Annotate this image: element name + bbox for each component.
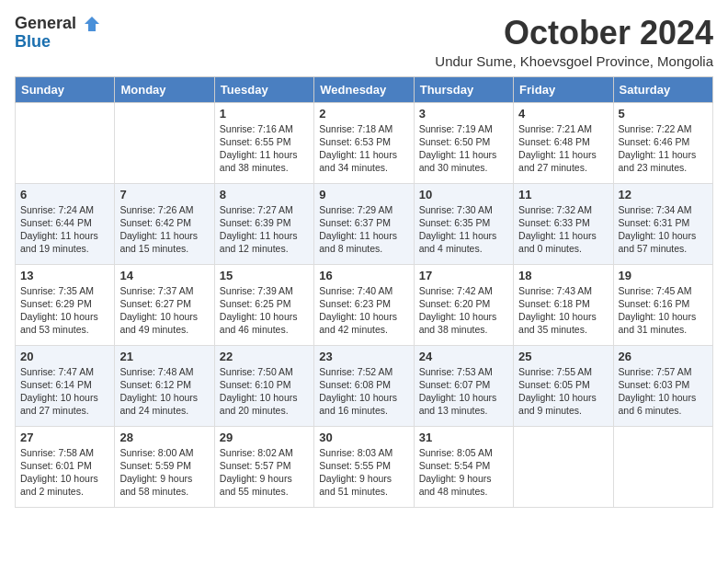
- day-number: 7: [119, 188, 209, 201]
- day-number: 15: [220, 269, 309, 282]
- day-info: Sunrise: 7:21 AM Sunset: 6:48 PM Dayligh…: [518, 122, 608, 175]
- day-info: Sunrise: 7:43 AM Sunset: 6:18 PM Dayligh…: [518, 284, 608, 337]
- logo-blue: Blue: [15, 33, 51, 52]
- day-info: Sunrise: 7:50 AM Sunset: 6:10 PM Dayligh…: [220, 365, 309, 418]
- calendar-cell: 2Sunrise: 7:18 AM Sunset: 6:53 PM Daylig…: [314, 102, 414, 183]
- day-number: 25: [518, 350, 608, 363]
- calendar-cell: 27Sunrise: 7:58 AM Sunset: 6:01 PM Dayli…: [16, 426, 115, 507]
- calendar-cell: 23Sunrise: 7:52 AM Sunset: 6:08 PM Dayli…: [314, 345, 414, 426]
- day-info: Sunrise: 7:34 AM Sunset: 6:31 PM Dayligh…: [619, 203, 708, 256]
- day-number: 28: [119, 431, 209, 444]
- calendar-cell: 13Sunrise: 7:35 AM Sunset: 6:29 PM Dayli…: [16, 264, 115, 345]
- day-number: 2: [319, 107, 408, 121]
- calendar-cell: 12Sunrise: 7:34 AM Sunset: 6:31 PM Dayli…: [613, 183, 712, 264]
- weekday-header-sunday: Sunday: [16, 76, 115, 102]
- day-info: Sunrise: 7:19 AM Sunset: 6:50 PM Dayligh…: [419, 122, 508, 175]
- calendar-cell: 17Sunrise: 7:42 AM Sunset: 6:20 PM Dayli…: [414, 264, 513, 345]
- day-info: Sunrise: 7:39 AM Sunset: 6:25 PM Dayligh…: [220, 284, 309, 337]
- day-info: Sunrise: 7:58 AM Sunset: 6:01 PM Dayligh…: [20, 446, 109, 499]
- calendar-cell: 26Sunrise: 7:57 AM Sunset: 6:03 PM Dayli…: [613, 345, 712, 426]
- day-number: 16: [319, 269, 408, 282]
- day-number: 4: [518, 107, 608, 121]
- weekday-header-row: SundayMondayTuesdayWednesdayThursdayFrid…: [16, 76, 713, 102]
- day-number: 29: [220, 431, 309, 444]
- day-info: Sunrise: 7:24 AM Sunset: 6:44 PM Dayligh…: [20, 203, 109, 256]
- calendar-cell: [115, 102, 214, 183]
- page-header: General Blue October 2024 Undur Sume, Kh…: [15, 15, 713, 69]
- calendar-cell: 4Sunrise: 7:21 AM Sunset: 6:48 PM Daylig…: [514, 102, 613, 183]
- day-number: 3: [419, 107, 508, 121]
- day-info: Sunrise: 7:29 AM Sunset: 6:37 PM Dayligh…: [319, 203, 408, 256]
- week-row-5: 27Sunrise: 7:58 AM Sunset: 6:01 PM Dayli…: [16, 426, 713, 507]
- calendar-table: SundayMondayTuesdayWednesdayThursdayFrid…: [15, 76, 713, 508]
- day-info: Sunrise: 7:35 AM Sunset: 6:29 PM Dayligh…: [20, 284, 109, 337]
- calendar-cell: 14Sunrise: 7:37 AM Sunset: 6:27 PM Dayli…: [115, 264, 214, 345]
- calendar-cell: 28Sunrise: 8:00 AM Sunset: 5:59 PM Dayli…: [115, 426, 214, 507]
- calendar-cell: [514, 426, 613, 507]
- calendar-cell: 5Sunrise: 7:22 AM Sunset: 6:46 PM Daylig…: [613, 102, 712, 183]
- weekday-header-friday: Friday: [514, 76, 613, 102]
- calendar-cell: 31Sunrise: 8:05 AM Sunset: 5:54 PM Dayli…: [414, 426, 513, 507]
- calendar-cell: 29Sunrise: 8:02 AM Sunset: 5:57 PM Dayli…: [214, 426, 313, 507]
- day-number: 24: [419, 350, 508, 363]
- day-info: Sunrise: 7:22 AM Sunset: 6:46 PM Dayligh…: [619, 122, 708, 175]
- day-number: 1: [220, 107, 309, 121]
- calendar-cell: 10Sunrise: 7:30 AM Sunset: 6:35 PM Dayli…: [414, 183, 513, 264]
- day-info: Sunrise: 7:48 AM Sunset: 6:12 PM Dayligh…: [119, 365, 209, 418]
- day-info: Sunrise: 7:18 AM Sunset: 6:53 PM Dayligh…: [319, 122, 408, 175]
- day-info: Sunrise: 8:00 AM Sunset: 5:59 PM Dayligh…: [119, 446, 209, 499]
- calendar-cell: 3Sunrise: 7:19 AM Sunset: 6:50 PM Daylig…: [414, 102, 513, 183]
- day-number: 12: [619, 188, 708, 201]
- day-info: Sunrise: 7:55 AM Sunset: 6:05 PM Dayligh…: [518, 365, 608, 418]
- calendar-cell: 20Sunrise: 7:47 AM Sunset: 6:14 PM Dayli…: [16, 345, 115, 426]
- calendar-cell: [613, 426, 712, 507]
- day-number: 22: [220, 350, 309, 363]
- day-number: 19: [619, 269, 708, 282]
- day-number: 5: [619, 107, 708, 121]
- day-number: 14: [119, 269, 209, 282]
- day-number: 17: [419, 269, 508, 282]
- weekday-header-saturday: Saturday: [613, 76, 712, 102]
- calendar-cell: 30Sunrise: 8:03 AM Sunset: 5:55 PM Dayli…: [314, 426, 414, 507]
- day-info: Sunrise: 7:47 AM Sunset: 6:14 PM Dayligh…: [20, 365, 109, 418]
- day-number: 18: [518, 269, 608, 282]
- weekday-header-tuesday: Tuesday: [214, 76, 313, 102]
- calendar-cell: 15Sunrise: 7:39 AM Sunset: 6:25 PM Dayli…: [214, 264, 313, 345]
- calendar-cell: 11Sunrise: 7:32 AM Sunset: 6:33 PM Dayli…: [514, 183, 613, 264]
- day-info: Sunrise: 7:40 AM Sunset: 6:23 PM Dayligh…: [319, 284, 408, 337]
- calendar-cell: 6Sunrise: 7:24 AM Sunset: 6:44 PM Daylig…: [16, 183, 115, 264]
- calendar-cell: 24Sunrise: 7:53 AM Sunset: 6:07 PM Dayli…: [414, 345, 513, 426]
- week-row-2: 6Sunrise: 7:24 AM Sunset: 6:44 PM Daylig…: [16, 183, 713, 264]
- day-info: Sunrise: 7:37 AM Sunset: 6:27 PM Dayligh…: [119, 284, 209, 337]
- day-number: 11: [518, 188, 608, 201]
- day-info: Sunrise: 7:45 AM Sunset: 6:16 PM Dayligh…: [619, 284, 708, 337]
- week-row-1: 1Sunrise: 7:16 AM Sunset: 6:55 PM Daylig…: [16, 102, 713, 183]
- day-info: Sunrise: 7:27 AM Sunset: 6:39 PM Dayligh…: [220, 203, 309, 256]
- weekday-header-wednesday: Wednesday: [314, 76, 414, 102]
- day-number: 26: [619, 350, 708, 363]
- day-number: 23: [319, 350, 408, 363]
- svg-marker-0: [85, 17, 99, 31]
- day-info: Sunrise: 7:42 AM Sunset: 6:20 PM Dayligh…: [419, 284, 508, 337]
- title-block: October 2024 Undur Sume, Khoevsgoel Prov…: [435, 15, 713, 69]
- logo-icon: [83, 15, 101, 33]
- logo: General Blue: [15, 15, 101, 52]
- day-number: 8: [220, 188, 309, 201]
- day-number: 30: [319, 431, 408, 444]
- calendar-cell: [16, 102, 115, 183]
- day-number: 10: [419, 188, 508, 201]
- day-info: Sunrise: 7:57 AM Sunset: 6:03 PM Dayligh…: [619, 365, 708, 418]
- week-row-4: 20Sunrise: 7:47 AM Sunset: 6:14 PM Dayli…: [16, 345, 713, 426]
- day-number: 27: [20, 431, 109, 444]
- weekday-header-monday: Monday: [115, 76, 214, 102]
- day-info: Sunrise: 7:26 AM Sunset: 6:42 PM Dayligh…: [119, 203, 209, 256]
- day-info: Sunrise: 8:02 AM Sunset: 5:57 PM Dayligh…: [220, 446, 309, 499]
- weekday-header-thursday: Thursday: [414, 76, 513, 102]
- calendar-cell: 25Sunrise: 7:55 AM Sunset: 6:05 PM Dayli…: [514, 345, 613, 426]
- day-info: Sunrise: 8:05 AM Sunset: 5:54 PM Dayligh…: [419, 446, 508, 499]
- day-number: 20: [20, 350, 109, 363]
- day-number: 6: [20, 188, 109, 201]
- day-number: 21: [119, 350, 209, 363]
- day-info: Sunrise: 7:52 AM Sunset: 6:08 PM Dayligh…: [319, 365, 408, 418]
- week-row-3: 13Sunrise: 7:35 AM Sunset: 6:29 PM Dayli…: [16, 264, 713, 345]
